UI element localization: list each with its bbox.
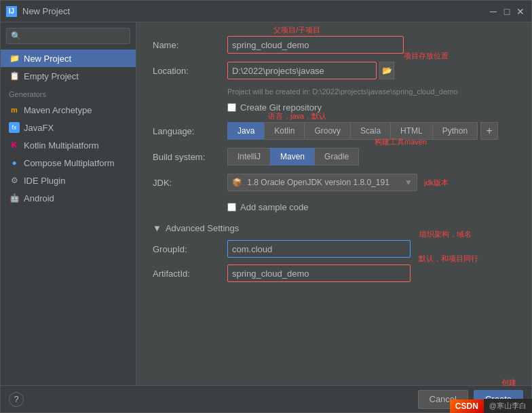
- name-annotation: 父项目/子项目: [273, 25, 320, 35]
- advanced-settings-label: Advanced Settings: [166, 223, 239, 233]
- sidebar-item-label: JavaFX: [24, 123, 54, 133]
- window-controls: ─ □ ✕: [488, 6, 526, 17]
- sidebar-item-maven-archetype[interactable]: m Maven Archetype: [1, 101, 136, 119]
- advanced-settings: ▼ Advanced Settings GroupId: 组织架构，域名: [153, 223, 515, 282]
- group-id-input[interactable]: [227, 240, 411, 258]
- generators-label: Generators: [1, 85, 136, 101]
- artifact-id-label: ArtifactId:: [153, 269, 227, 279]
- lang-groovy-button[interactable]: Groovy: [304, 122, 350, 140]
- author-watermark: @寒山李白: [484, 399, 532, 413]
- csdn-logo: CSDN: [450, 399, 484, 413]
- jdk-row: JDK: 📦 1.8 Oracle OpenJDK version 1.8.0_…: [153, 174, 515, 191]
- location-input-group: 📂 项目存放位置: [227, 62, 394, 79]
- kotlin-icon: K: [9, 140, 20, 151]
- language-row: Language: Java Kotlin Groovy Scala HTML …: [153, 122, 515, 140]
- advanced-chevron-icon: ▼: [153, 223, 162, 233]
- create-annotation: 创建: [501, 378, 516, 388]
- build-system-label: Build system:: [153, 152, 227, 162]
- sidebar-item-label: Android: [24, 193, 54, 203]
- jdk-annotation: jdk版本: [424, 178, 449, 188]
- sidebar-item-label: New Project: [24, 54, 71, 64]
- artifact-id-row: ArtifactId: 默认，和项目同行: [153, 264, 515, 282]
- sidebar-item-kotlin-multiplatform[interactable]: K Kotlin Multiplatform: [1, 136, 136, 154]
- location-annotation: 项目存放位置: [404, 51, 449, 61]
- sidebar-item-new-project[interactable]: 📁 New Project: [1, 50, 136, 67]
- sample-code-label[interactable]: Add sample code: [240, 202, 308, 212]
- build-maven-button[interactable]: Maven: [270, 148, 314, 165]
- watermark: CSDN @寒山李白: [450, 399, 532, 413]
- sidebar-item-javafx[interactable]: fx JavaFX: [1, 119, 136, 136]
- lang-java-button[interactable]: Java: [227, 122, 264, 140]
- language-button-group: Java Kotlin Groovy Scala HTML Python +: [227, 122, 498, 140]
- search-box[interactable]: 🔍: [6, 28, 130, 44]
- search-icon: 🔍: [11, 31, 21, 41]
- sidebar: 🔍 📁 New Project 📋 Empty Project Generato…: [1, 22, 136, 385]
- sidebar-item-empty-project[interactable]: 📋 Empty Project: [1, 67, 136, 85]
- empty-project-icon: 📋: [9, 71, 20, 81]
- build-intellij-button[interactable]: IntelliJ: [227, 148, 270, 165]
- minimize-button[interactable]: ─: [488, 6, 499, 17]
- sidebar-item-android[interactable]: 🤖 Android: [1, 189, 136, 207]
- sidebar-item-label: IDE Plugin: [24, 176, 65, 186]
- group-id-label: GroupId:: [153, 244, 227, 254]
- name-row: Name: 父项目/子项目: [153, 36, 515, 54]
- android-icon: 🤖: [9, 193, 20, 203]
- artifact-id-input[interactable]: [227, 264, 411, 282]
- help-button[interactable]: ?: [9, 392, 24, 407]
- language-annotation: 语言，java，默认: [268, 111, 326, 121]
- name-label: Name:: [153, 40, 227, 50]
- sample-code-row: Add sample code: [227, 202, 515, 212]
- location-input[interactable]: [227, 62, 377, 79]
- app-icon: IJ: [6, 6, 17, 17]
- main-content: Name: 父项目/子项目 Location: 📂 项目存放位置 Project…: [136, 22, 531, 385]
- build-system-button-group: IntelliJ Maven Gradle: [227, 148, 359, 165]
- jdk-label: JDK:: [153, 178, 227, 188]
- artifact-id-annotation: 默认，和项目同行: [419, 254, 478, 264]
- sidebar-item-ide-plugin[interactable]: ⚙ IDE Plugin: [1, 172, 136, 189]
- close-button[interactable]: ✕: [515, 6, 526, 17]
- sidebar-item-label: Compose Multiplatform: [24, 158, 115, 168]
- compose-icon: ●: [9, 157, 20, 168]
- new-project-icon: 📁: [9, 53, 20, 64]
- lang-python-button[interactable]: Python: [432, 122, 478, 140]
- sidebar-item-label: Kotlin Multiplatform: [24, 140, 99, 151]
- advanced-content: GroupId: 组织架构，域名 ArtifactId: 默认，和项目同行: [153, 240, 515, 282]
- footer-left: ?: [9, 392, 24, 407]
- window-title: New Project: [22, 6, 488, 16]
- lang-kotlin-button[interactable]: Kotlin: [264, 122, 304, 140]
- add-language-button[interactable]: +: [480, 122, 498, 140]
- jdk-value: 📦 1.8 Oracle OpenJDK version 1.8.0_191: [232, 178, 390, 187]
- language-label: Language:: [153, 126, 227, 136]
- location-row: Location: 📂 项目存放位置: [153, 62, 515, 79]
- build-annotation: 构建工具maven: [375, 137, 427, 147]
- jdk-chevron-icon: ▼: [404, 178, 413, 187]
- title-bar: IJ New Project ─ □ ✕: [1, 1, 531, 22]
- group-id-annotation: 组织架构，域名: [419, 229, 472, 239]
- sidebar-item-label: Maven Archetype: [24, 105, 92, 115]
- maximize-button[interactable]: □: [501, 6, 512, 17]
- jdk-selector[interactable]: 📦 1.8 Oracle OpenJDK version 1.8.0_191 ▼: [227, 174, 417, 191]
- javafx-icon: fx: [9, 122, 20, 133]
- git-checkbox[interactable]: [227, 103, 236, 112]
- sample-code-checkbox[interactable]: [227, 203, 236, 212]
- build-gradle-button[interactable]: Gradle: [314, 148, 359, 165]
- browse-button[interactable]: 📂: [379, 62, 394, 79]
- location-label: Location:: [153, 66, 227, 76]
- maven-icon: m: [9, 104, 20, 115]
- location-hint: Project will be created in: D:\2022\proj…: [227, 87, 515, 96]
- build-system-row: Build system: IntelliJ Maven Gradle 构建工具…: [153, 148, 515, 165]
- name-input[interactable]: [227, 36, 404, 54]
- sidebar-item-compose-multiplatform[interactable]: ● Compose Multiplatform: [1, 154, 136, 172]
- ide-plugin-icon: ⚙: [9, 175, 20, 186]
- sidebar-item-label: Empty Project: [24, 71, 79, 81]
